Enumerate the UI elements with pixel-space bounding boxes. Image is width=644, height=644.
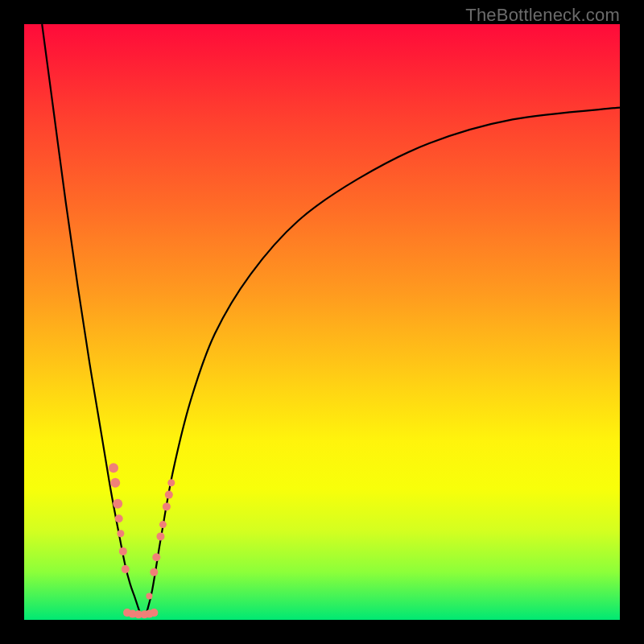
- frame: TheBottleneck.com: [0, 0, 644, 644]
- scatter-dot: [122, 565, 130, 573]
- curve-left-arm: [42, 24, 140, 614]
- scatter-dot: [156, 532, 164, 540]
- scatter-dot: [167, 479, 175, 486]
- scatter-markers: [109, 463, 175, 618]
- scatter-dot: [146, 592, 152, 599]
- attribution-text: TheBottleneck.com: [465, 5, 620, 26]
- scatter-dot: [152, 553, 160, 561]
- scatter-dot: [110, 478, 120, 488]
- scatter-dot: [119, 547, 127, 555]
- scatter-dot: [109, 463, 118, 473]
- scatter-dot: [163, 502, 171, 510]
- scatter-dot: [117, 530, 124, 537]
- scatter-dot: [165, 491, 173, 499]
- scatter-dot: [159, 521, 167, 528]
- scatter-dot: [150, 609, 158, 617]
- curve-right-arm: [147, 108, 620, 614]
- chart-svg: [24, 24, 620, 620]
- scatter-dot: [115, 514, 123, 522]
- scatter-dot: [113, 499, 122, 509]
- scatter-dot: [150, 568, 158, 576]
